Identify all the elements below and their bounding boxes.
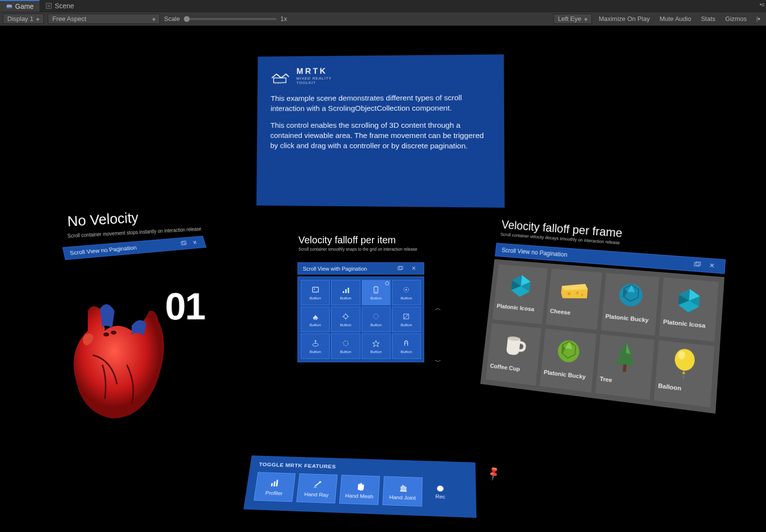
panel-menu-icon[interactable]: •≡ (760, 1, 764, 8)
logo-title: MRTK (296, 66, 332, 76)
svg-rect-6 (181, 242, 186, 245)
button-icon (341, 285, 350, 294)
svg-rect-21 (314, 318, 317, 320)
svg-rect-29 (696, 261, 701, 265)
scale-slider[interactable] (184, 18, 276, 20)
mid-scroll-panel[interactable]: Scroll View with Pagination ✕ ButtonButt… (297, 262, 424, 362)
scale-label: Scale (164, 15, 180, 22)
svg-rect-14 (343, 291, 344, 293)
button-label: Button (310, 323, 321, 327)
grid-button[interactable]: Button (301, 280, 330, 305)
editor-chrome: •≡ Game Scene Display 1 ◆ Free Aspect ◆ … (0, 0, 766, 26)
svg-rect-1 (48, 4, 50, 7)
mid-title-text: Scroll View with Pagination (303, 266, 367, 272)
tab-bar: Game Scene (0, 0, 766, 12)
mute-audio-button[interactable]: Mute Audio (657, 14, 694, 23)
scroll-up-button[interactable]: ︿ (435, 304, 441, 313)
toggle-profiler-button[interactable]: Profiler (254, 472, 295, 502)
toggle-button-row: ProfilerHand RayHand MeshHand JointRec (254, 472, 467, 508)
rec-label: Rec (435, 493, 445, 499)
game-view[interactable]: MRTK MIXED REALITY TOOLKIT This example … (0, 26, 766, 532)
card-label: Cheese (549, 308, 595, 326)
button-icon (341, 312, 350, 321)
svg-point-48 (557, 339, 580, 363)
toggle-label: Hand Joint (389, 494, 416, 501)
maximize-on-play-button[interactable]: Maximize On Play (596, 14, 653, 23)
svg-rect-12 (313, 287, 318, 292)
model-card[interactable]: Platonic Icosa (659, 277, 719, 342)
svg-point-27 (343, 341, 348, 346)
model-card[interactable]: Platonic Icosa (492, 264, 548, 324)
svg-point-55 (674, 348, 696, 372)
card-label: Coffee Cup (489, 362, 534, 382)
model-card[interactable]: Cheese (546, 269, 602, 330)
close-icon[interactable]: ✕ (706, 261, 718, 270)
grid-button[interactable]: Button (362, 307, 391, 332)
toggle-hand-joint-button[interactable]: Hand Joint (382, 476, 422, 506)
model-card[interactable]: Platonic Bucky (601, 273, 659, 335)
game-icon (6, 3, 13, 10)
right-title-text: Scroll View no Pagination (501, 247, 568, 258)
selection-indicator-icon (385, 281, 389, 285)
card-label: Balloon (657, 382, 708, 404)
model-thumbnail (664, 281, 715, 320)
close-icon[interactable]: ✕ (408, 265, 419, 272)
svg-point-26 (314, 340, 316, 341)
svg-rect-59 (276, 480, 278, 487)
model-card[interactable]: Platonic Bucky (539, 329, 596, 393)
record-icon (437, 486, 444, 492)
pin-icon[interactable]: 📌 (485, 465, 502, 481)
grid-button[interactable]: Button (392, 280, 421, 305)
grid-button[interactable]: Button (301, 334, 330, 359)
card-label: Platonic Icosa (496, 303, 541, 321)
logo-sub1: MIXED REALITY (296, 76, 332, 80)
tab-scene[interactable]: Scene (39, 0, 80, 11)
grid-button[interactable]: Button (331, 280, 360, 305)
left-heading: No Velocity (67, 209, 138, 230)
model-thumbnail (550, 272, 599, 309)
display-dropdown[interactable]: Display 1 ◆ (3, 14, 44, 24)
gizmos-button[interactable]: Gizmos (722, 14, 749, 23)
window-icon[interactable] (694, 261, 707, 269)
right-scroll-panel[interactable]: Scroll View no Pagination ✕ Platonic Ico… (480, 243, 726, 414)
grid-button[interactable]: Button (392, 307, 421, 332)
left-title-bar: Scroll View no Pagination ✕ (62, 236, 207, 260)
toggle-hand-ray-button[interactable]: Hand Ray (296, 473, 338, 504)
chevron-down-icon: ◆ (152, 17, 156, 21)
button-label: Button (310, 296, 321, 300)
mid-button-grid: ButtonButtonButtonButtonButtonButtonButt… (297, 276, 424, 362)
tab-game[interactable]: Game (0, 0, 39, 12)
grid-button[interactable]: Button (331, 334, 360, 359)
eye-dropdown[interactable]: Left Eye ◆ (553, 14, 592, 24)
button-icon (311, 312, 320, 321)
grid-button[interactable]: Button (301, 307, 330, 332)
aspect-dropdown[interactable]: Free Aspect ◆ (48, 14, 160, 24)
button-label: Button (371, 323, 382, 327)
svg-point-64 (405, 487, 407, 489)
close-icon[interactable]: ✕ (189, 239, 200, 246)
gizmos-dropdown-icon[interactable]: |▾ (753, 15, 763, 22)
record-button[interactable]: Rec (435, 486, 445, 500)
model-card[interactable]: Balloon (654, 340, 714, 408)
left-scroll-panel[interactable]: Scroll View no Pagination ✕ (62, 236, 207, 260)
grid-button[interactable]: Button (362, 280, 391, 305)
game-toolbar: Display 1 ◆ Free Aspect ◆ Scale 1x Left … (0, 12, 766, 26)
model-card[interactable]: Tree (595, 335, 654, 400)
button-icon (372, 285, 380, 294)
scroll-down-button[interactable]: ﹀ (435, 357, 441, 366)
grid-button[interactable]: Button (362, 334, 391, 359)
heart-model[interactable] (59, 296, 176, 423)
left-title-text: Scroll View no Pagination (69, 244, 137, 256)
grid-button[interactable]: Button (392, 334, 421, 359)
window-icon[interactable] (397, 266, 408, 272)
grid-button[interactable]: Button (331, 307, 360, 332)
toggle-features-panel: TOGGLE MRTK FEATURES ProfilerHand RayHan… (243, 455, 476, 518)
tab-label: Game (15, 2, 34, 10)
toggle-hand-mesh-button[interactable]: Hand Mesh (339, 475, 380, 505)
button-icon (372, 312, 380, 321)
mid-title-bar: Scroll View with Pagination ✕ (297, 262, 424, 275)
svg-rect-16 (348, 288, 349, 293)
stats-button[interactable]: Stats (698, 14, 719, 23)
model-card[interactable]: Coffee Cup (486, 323, 541, 386)
svg-point-13 (314, 288, 314, 289)
